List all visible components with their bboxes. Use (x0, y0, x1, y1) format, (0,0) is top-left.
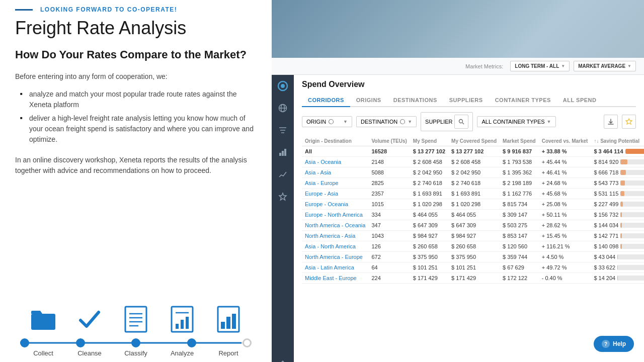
search-button[interactable] (454, 115, 468, 129)
svg-rect-1 (125, 307, 146, 332)
cell-route[interactable]: Europe - Oceania (302, 199, 368, 210)
cell-route: All (302, 146, 368, 157)
right-panel: Market Metrics: LONG TERM - ALL ▼ MARKET… (272, 0, 644, 362)
help-button[interactable]: ? Help (594, 336, 634, 352)
header-tagline: LOOKING FORWARD TO CO-OPERATE! (40, 6, 177, 13)
cell-market: $ 1 793 538 (500, 157, 539, 167)
saving-bar-fill (617, 254, 618, 259)
table-row: Middle East - Europe 224 $ 171 429 $ 171… (302, 273, 644, 284)
main-content: Spend Overview CORRIDORS ORIGINS DESTINA… (294, 75, 644, 362)
tab-corridors[interactable]: CORRIDORS (302, 94, 350, 107)
filters-bar: ORIGIN ▼ DESTINATION ▼ SUPPLIER (302, 112, 636, 131)
cell-route[interactable]: North America - Asia (302, 231, 368, 241)
cell-market: $ 67 629 (500, 262, 539, 273)
cell-covered: $ 1 020 298 (448, 199, 500, 210)
sidebar-icon-bar-chart[interactable] (276, 145, 290, 159)
svg-rect-24 (282, 151, 284, 156)
cell-saving: $ 227 499 (591, 199, 644, 210)
sidebar-icon-logo[interactable] (276, 79, 290, 93)
cell-route[interactable]: Europe - Asia (302, 189, 368, 199)
cell-cvmarket: + 46.41 % (539, 167, 591, 178)
origin-filter-label: ORIGIN (306, 119, 326, 125)
cell-route[interactable]: Asia - North America (302, 241, 368, 252)
table-row: Asia - Oceania 2148 $ 2 608 458 $ 2 608 … (302, 157, 644, 167)
svg-rect-9 (186, 317, 189, 329)
table-row: North America - Oceania 347 $ 647 309 $ … (302, 220, 644, 231)
market-average-button[interactable]: MARKET AVERAGE ▼ (574, 61, 636, 71)
svg-point-30 (459, 120, 463, 123)
progress-bar (15, 338, 257, 347)
supplier-filter[interactable]: SUPPLIER (421, 112, 473, 131)
cell-myspend: $ 984 927 (410, 231, 448, 241)
filter-icon (328, 119, 334, 125)
cell-route[interactable]: North America - Europe (302, 252, 368, 262)
cell-volume: 334 (368, 210, 410, 220)
svg-point-28 (329, 120, 334, 124)
cell-saving: $ 156 732 (591, 210, 644, 220)
sidebar-icon-filter[interactable] (276, 123, 290, 137)
cell-cvmarket: + 33.88 % (539, 146, 591, 157)
cell-covered: $ 1 693 891 (448, 189, 500, 199)
saving-bar-bg (620, 223, 644, 228)
sidebar-icon-star[interactable] (276, 190, 290, 204)
header-bar: LOOKING FORWARD TO CO-OPERATE! (15, 0, 257, 17)
svg-rect-23 (279, 153, 281, 156)
download-button[interactable] (604, 115, 618, 129)
cell-volume: 347 (368, 220, 410, 231)
metrics-label: Market Metrics: (465, 63, 503, 69)
cell-saving: $ 666 718 (591, 167, 644, 178)
tab-container-types[interactable]: CONTAINER TYPES (489, 94, 557, 107)
cell-myspend: $ 2 608 458 (410, 157, 448, 167)
cell-route[interactable]: Asia - Asia (302, 167, 368, 178)
page: LOOKING FORWARD TO CO-OPERATE! Freight R… (0, 0, 644, 362)
cell-volume: 224 (368, 273, 410, 284)
route-link: North America - Europe (305, 254, 363, 260)
tab-destinations[interactable]: DESTINATIONS (387, 94, 443, 107)
cell-cvmarket: + 49.72 % (539, 262, 591, 273)
origin-filter[interactable]: ORIGIN ▼ (302, 116, 352, 127)
cell-route[interactable]: Asia - Europe (302, 178, 368, 189)
saving-bar-fill (620, 202, 622, 207)
cell-market: $ 359 744 (500, 252, 539, 262)
steps-icons (15, 304, 257, 334)
sidebar-icon-globe[interactable] (276, 101, 290, 115)
cell-route[interactable]: Asia - Latin America (302, 262, 368, 273)
cell-myspend: $ 464 055 (410, 210, 448, 220)
cell-covered: $ 464 055 (448, 210, 500, 220)
svg-rect-0 (31, 314, 55, 330)
container-filter-label: ALL CONTAINER TYPES (481, 119, 544, 125)
cell-cvmarket: + 15.45 % (539, 231, 591, 241)
bullet-item-2: deliver a high-level freight rate analys… (20, 113, 257, 145)
cell-route[interactable]: Europe - North America (302, 210, 368, 220)
route-link: Asia - Asia (305, 169, 331, 175)
cell-market: $ 120 560 (500, 241, 539, 252)
steps-section: Collect Cleanse Classify Analyze Report (15, 304, 257, 362)
container-filter[interactable]: ALL CONTAINER TYPES ▼ (477, 116, 555, 127)
cell-route[interactable]: North America - Oceania (302, 220, 368, 231)
long-term-button[interactable]: LONG TERM - ALL ▼ (510, 61, 570, 71)
table-row: North America - Europe 672 $ 375 950 $ 3… (302, 252, 644, 262)
cell-covered: $ 171 429 (448, 273, 500, 284)
label-report: Report (208, 349, 249, 357)
saving-value: $ 814 920 (594, 159, 618, 165)
saving-bar-fill (620, 223, 621, 228)
sidebar-icon-upload[interactable] (276, 357, 290, 362)
sidebar-icon-trend[interactable] (276, 167, 290, 182)
dot-1 (20, 338, 29, 347)
chevron-down-icon-5: ▼ (547, 119, 551, 124)
cell-cvmarket: + 45.44 % (539, 157, 591, 167)
destination-filter[interactable]: DESTINATION ▼ (356, 116, 417, 127)
cell-route[interactable]: Middle East - Europe (302, 273, 368, 284)
cell-covered: $ 375 950 (448, 252, 500, 262)
cell-route[interactable]: Asia - Oceania (302, 157, 368, 167)
subtitle: How Do Your Rates Compare to the Market? (15, 48, 257, 62)
svg-rect-8 (181, 320, 184, 329)
header-line-decoration (15, 9, 33, 11)
tab-all-spend[interactable]: ALL SPEND (557, 94, 603, 107)
sidebar (272, 75, 294, 362)
tab-suppliers[interactable]: SUPPLIERS (443, 94, 489, 107)
svg-point-16 (281, 84, 285, 88)
tab-origins[interactable]: ORIGINS (350, 94, 387, 107)
bookmark-button[interactable] (622, 115, 636, 129)
cell-covered: $ 101 251 (448, 262, 500, 273)
